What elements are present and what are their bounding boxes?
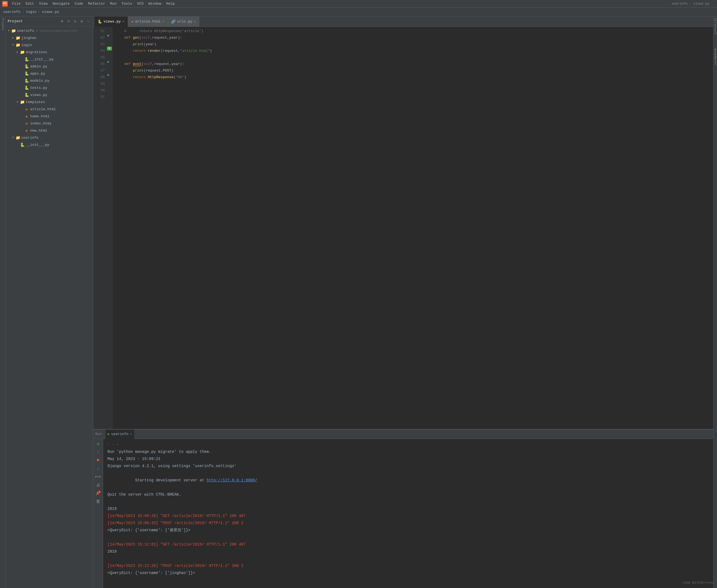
tree-label: views.py	[30, 92, 47, 98]
code-line-86: def post(self,request,year):	[116, 61, 710, 67]
menu-edit[interactable]: Edit	[23, 1, 36, 6]
breadcrumb-item-2[interactable]: views.py	[42, 10, 59, 14]
menu-refactor[interactable]: Refactor	[86, 1, 107, 6]
breadcrumb-sep-1: ›	[38, 10, 40, 14]
menu-file[interactable]: File	[10, 1, 23, 6]
code-line-88: return HttpResponse("OK")	[116, 74, 710, 81]
tab-views-py[interactable]: 🐍 views.py ✕	[94, 17, 128, 27]
breadcrumb-item-1[interactable]: login	[26, 10, 37, 14]
scroll-up-button[interactable]: ↑	[95, 449, 101, 455]
tab-article-html[interactable]: ◈ article.html ✕	[128, 17, 168, 27]
tree-item-apps-py[interactable]: 🐍 apps.py	[5, 70, 93, 77]
tab-close-button[interactable]: ✕	[194, 19, 196, 24]
arrow-icon: ▼	[6, 28, 11, 34]
line-numbers: 81 82 83 84 85 86 87 88 89 90 91	[93, 27, 107, 429]
tree-label: templates	[26, 99, 45, 105]
tree-item-views-py[interactable]: 🐍 views.py	[5, 91, 93, 99]
code-line-87: print(request.POST)	[116, 67, 710, 74]
run-panel-header: Run: ▶ userinfo ✕	[93, 429, 713, 439]
tree-item-init-py[interactable]: 🐍 __init__.py	[5, 56, 93, 63]
console-link[interactable]: http://127.0.0.1:8000/	[206, 478, 257, 482]
code-line-85	[116, 54, 710, 61]
console-output[interactable]: · · · Run 'python manage.py migrate' to …	[103, 439, 713, 588]
rerun-button[interactable]: ↺	[95, 441, 101, 447]
tab-close-button[interactable]: ✕	[122, 19, 124, 24]
minimize-icon[interactable]: —	[86, 19, 91, 24]
tree-item-models-py[interactable]: 🐍 models.py	[5, 77, 93, 84]
console-text: Starting development server at	[135, 478, 206, 482]
arrow-spacer	[15, 142, 20, 148]
html-file-icon: ◈	[24, 114, 29, 119]
code-token: post	[133, 61, 141, 67]
arrow-icon: ▶	[15, 49, 20, 55]
structure-label: Structure	[713, 17, 717, 36]
tree-label: admin.py	[30, 64, 47, 70]
tree-item-index-html[interactable]: ◈ index.html	[5, 120, 93, 127]
window-title: userinfo - views.py	[672, 2, 709, 6]
tab-close-button[interactable]: ✕	[162, 19, 164, 24]
code-editor: 81 82 83 84 85 86 87 88 89 90 91 ▶ B	[93, 27, 713, 429]
menu-window[interactable]: Window	[146, 1, 164, 6]
arrow-spacer	[20, 121, 24, 127]
tree-item-jinghao[interactable]: ▶ 📁 jinghao	[5, 35, 93, 42]
code-token	[116, 74, 133, 81]
collapse-icon[interactable]: ≡	[66, 19, 71, 24]
menu-run[interactable]: Run	[108, 1, 119, 6]
folder-icon: 📁	[20, 100, 25, 105]
scroll-down-button[interactable]: ↓	[95, 465, 101, 472]
tree-item-tests-py[interactable]: 🐍 tests.py	[5, 84, 93, 91]
tree-item-admin-py[interactable]: 🐍 admin.py	[5, 63, 93, 70]
clear-button[interactable]: 🗑	[95, 498, 101, 505]
code-token: (	[173, 74, 176, 81]
tree-item-templates[interactable]: ▼ 📁 templates	[5, 99, 93, 106]
print-button[interactable]: 🖨	[95, 482, 101, 488]
console-line-quit: Quit the server with CTRL-BREAK.	[107, 491, 709, 498]
soft-wrap-button[interactable]: ⟺	[95, 474, 101, 480]
code-content[interactable]: # return HttpResponse('article') def get…	[112, 27, 713, 429]
tree-label: jinghao	[21, 35, 37, 41]
sync-icon[interactable]: ⊕	[60, 19, 64, 24]
arrow-spacer	[20, 78, 24, 84]
bottom-content: ↺ ↑ ■ ↓ ⟺ 🖨 📌 🗑 · · · Run 'python manage…	[93, 439, 713, 588]
menu-view[interactable]: View	[37, 1, 49, 6]
code-line-82: def get(self,request,year):	[116, 35, 710, 41]
editor-area: 🐍 views.py ✕ ◈ article.html ✕ 🔗 urls.py …	[93, 17, 713, 588]
tree-item-userinfo-root[interactable]: ▼ 📁 userinfo D:\pythonitems\userinfo	[5, 27, 93, 35]
code-token: print	[133, 67, 143, 74]
tree-item-home-html[interactable]: ◈ home.html	[5, 113, 93, 120]
sort-icon[interactable]: ⇅	[73, 19, 78, 24]
tree-item-article-html[interactable]: ◈ article.html	[5, 106, 93, 113]
code-token: (request,	[161, 48, 180, 54]
code-token	[116, 67, 133, 74]
menu-navigate[interactable]: Navigate	[50, 1, 72, 6]
menu-tools[interactable]: Tools	[119, 1, 134, 6]
tree-item-userinfo-init[interactable]: 🐍 __init__.py	[5, 142, 93, 149]
tree-item-login[interactable]: ▼ 📁 login	[5, 42, 93, 49]
tree-item-new-html[interactable]: ◈ new.html	[5, 127, 93, 134]
sidebar-tree: ▼ 📁 userinfo D:\pythonitems\userinfo ▶ 📁…	[5, 26, 93, 588]
titlebar: PC File Edit View Navigate Code Refactor…	[0, 0, 717, 8]
tree-item-userinfo-sub[interactable]: ▼ 📁 userinfo	[5, 134, 93, 142]
pin-button[interactable]: 📌	[95, 490, 101, 497]
tree-label: migrations	[26, 49, 47, 55]
code-token: def	[124, 61, 130, 67]
tab-urls-py[interactable]: 🔗 urls.py ✕	[168, 17, 199, 27]
code-token: ,request,year):	[152, 61, 184, 67]
console-line-empty4	[107, 576, 709, 584]
sidebar-header: Project ⊕ ≡ ⇅ ⚙ —	[5, 17, 93, 26]
menu-help[interactable]: Help	[164, 1, 177, 6]
tree-item-migrations[interactable]: ▶ 📁 migrations	[5, 49, 93, 56]
run-tab-label: userinfo	[111, 432, 128, 436]
folder-icon: 📁	[20, 50, 25, 55]
menu-code[interactable]: Code	[73, 1, 85, 6]
run-tab[interactable]: ▶ userinfo ✕	[106, 429, 134, 439]
breadcrumb-item-0[interactable]: userinfo	[3, 10, 20, 14]
code-line-90	[116, 87, 710, 94]
settings-icon[interactable]: ⚙	[79, 19, 84, 24]
run-tab-close[interactable]: ✕	[130, 432, 132, 436]
console-line-querydict1: <QueryDict: {'username': ['谢景浩']}>	[107, 527, 709, 534]
tree-label: userinfo	[17, 28, 34, 34]
stop-button[interactable]: ■	[95, 457, 101, 464]
tree-label: apps.py	[30, 71, 45, 77]
menu-vcs[interactable]: VCS	[135, 1, 146, 6]
